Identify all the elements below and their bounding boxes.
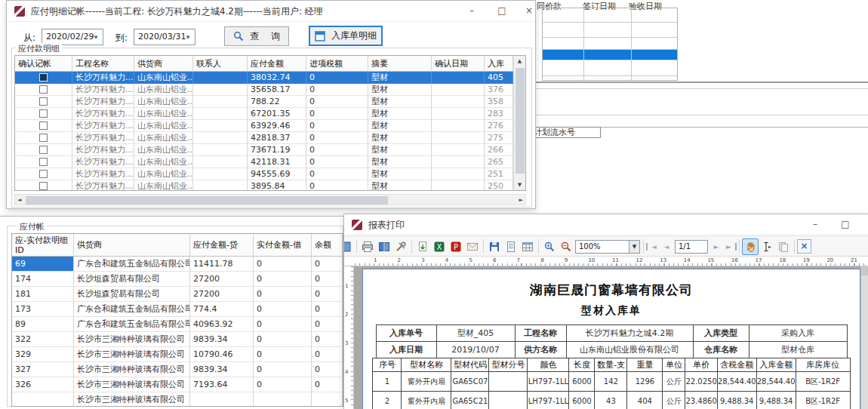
table-row[interactable]: 327长沙市三湘特种玻璃有限公司9839.3400	[12, 362, 343, 377]
chevron-down-icon[interactable]: ▾	[183, 29, 193, 45]
table-row[interactable]: 长沙万科魅力...山东南山铝业...94555.690型材251	[15, 168, 513, 180]
table-row[interactable]: 181长沙坦森贸易有限公司2720000	[12, 287, 343, 302]
table-row[interactable]	[543, 60, 677, 76]
to-date-combo[interactable]: 2020/03/31 ▾	[134, 29, 195, 45]
query-button[interactable]: 查 询	[224, 26, 289, 46]
print-icon[interactable]	[359, 238, 376, 255]
close-button[interactable]: ×	[517, 1, 541, 22]
table-row[interactable]: 长沙万科魅力...山东南山铝业...67201.350型材283	[15, 108, 513, 120]
confirm-checkbox[interactable]	[39, 97, 48, 106]
scrollbar-thumb[interactable]	[26, 196, 388, 204]
close-button[interactable]: ×	[862, 214, 868, 235]
pdf-export-icon[interactable]: P	[448, 238, 464, 255]
id-cell: 326	[12, 377, 74, 392]
dropdown-arrow-icon[interactable]: ▼	[629, 240, 640, 254]
maximize-button[interactable]: □	[490, 1, 514, 22]
summary-cell: 型材	[368, 168, 432, 180]
titlebar[interactable]: 报表打印 – □ ×	[344, 214, 868, 235]
save-icon[interactable]	[486, 238, 503, 255]
table-row[interactable]: 322长沙市三湘特种玻璃有限公司9839.3400	[12, 332, 343, 347]
export-icon[interactable]	[414, 238, 431, 255]
ruler-number: 14	[684, 257, 691, 263]
debit-cell: 0	[254, 302, 312, 317]
table-row[interactable]: 329长沙市三湘特种玻璃有限公司10790.4600	[12, 347, 343, 362]
table-row[interactable]: 长沙万科魅力...山东南山铝业...63929.460型材276	[15, 120, 513, 132]
preview-area[interactable]: 12345 湖南巨晟门窗幕墙有限公司 型材入库单 入库单号型材_405工程名称长…	[344, 266, 868, 409]
vertical-ruler: 12345	[344, 266, 354, 409]
table-row[interactable]: 69广东合和建筑五金制品有限公司11411.7800	[12, 257, 343, 272]
inbound-detail-button[interactable]: 入库单明细	[309, 26, 383, 46]
amount-cell: 42818.37	[248, 132, 306, 144]
table-row[interactable]: 长沙万科魅力...山东南山铝业...73671.190型材266	[15, 144, 513, 156]
confirm-checkbox[interactable]	[39, 158, 48, 166]
table-row[interactable]: 长沙万科魅力...山东南山铝业...38032.740型材405	[15, 72, 513, 84]
table-row[interactable]: 长沙市三湘特种玻璃有限公司	[12, 392, 343, 407]
screen: 合同价款 签订日期 验收日期 计划流水号 应付明细记帐------当前工程: 长…	[0, 0, 868, 409]
vertical-scrollbar[interactable]: ▲ ▼	[513, 56, 525, 190]
confirm-checkbox[interactable]	[39, 146, 48, 154]
scroll-up-icon[interactable]: ▲	[514, 58, 525, 64]
amount-cell: 38032.74	[248, 72, 306, 84]
zoom-out-icon[interactable]	[558, 238, 574, 255]
report-cell: 9,488.34	[717, 392, 756, 409]
ruler-number: 3	[345, 340, 348, 346]
confirm-checkbox[interactable]	[39, 134, 48, 142]
confirm-checkbox[interactable]	[39, 182, 48, 190]
project-cell: 长沙万科魅力...	[72, 132, 134, 144]
document-icon[interactable]	[503, 238, 519, 255]
text-select-tool-button[interactable]	[759, 238, 775, 255]
scrollbar-thumb[interactable]	[516, 68, 525, 174]
zoom-in-icon[interactable]	[541, 238, 558, 255]
table-row[interactable]: 326长沙市三湘特种玻璃有限公司7193.6400	[12, 377, 343, 392]
table-row[interactable]: 长沙万科魅力...山东南山铝业...35658.170型材376	[15, 84, 513, 96]
titlebar[interactable]: 应付明细记帐------当前工程: 长沙万科魅力之城4.2期------当前用户…	[7, 1, 535, 22]
amount-cell: 3895.84	[248, 180, 306, 191]
confirm-checkbox[interactable]	[39, 109, 48, 118]
column-header: 余额	[312, 234, 343, 257]
table-row[interactable]: 173广东合和建筑五金制品有限公司774.400	[12, 302, 343, 317]
zoom-level-select[interactable]: 100% ▼	[575, 240, 640, 254]
horizontal-scrollbar[interactable]: ◄ ►	[14, 194, 526, 205]
table-row[interactable]: 长沙万科魅力...山东南山铝业...788.220型材358	[15, 96, 513, 108]
hand-tool-button[interactable]	[742, 238, 759, 255]
confirm-checkbox[interactable]	[39, 85, 48, 94]
project-cell: 长沙万科魅力...	[72, 156, 134, 168]
maximize-button[interactable]: □	[833, 214, 857, 235]
minimize-button[interactable]: –	[460, 1, 484, 22]
design-icon[interactable]	[344, 238, 354, 255]
page-number-box[interactable]: 1/1	[675, 240, 708, 254]
report-column-header: 重量	[627, 358, 663, 372]
confirm-checkbox[interactable]	[39, 170, 48, 178]
table-row[interactable]: 89广东合和建筑五金制品有限公司40963.9200	[12, 317, 343, 332]
scroll-right-icon[interactable]: ►	[519, 197, 523, 203]
scroll-left-icon[interactable]: ◄	[17, 197, 21, 203]
grid-view-icon[interactable]	[519, 238, 536, 255]
copy-pages-button[interactable]	[775, 238, 792, 255]
prev-page-button[interactable]: ◄	[660, 243, 673, 251]
minimize-button[interactable]: –	[803, 214, 827, 235]
table-row[interactable]: 长沙万科魅力...山东南山铝业...42118.310型材265	[15, 156, 513, 168]
table-row[interactable]	[543, 38, 677, 50]
first-page-button[interactable]: ◄	[646, 243, 660, 251]
table-row[interactable]: 长沙万科魅力...山东南山铝业...42818.370型材275	[15, 132, 513, 144]
table-row[interactable]	[543, 76, 677, 80]
contact-cell	[193, 96, 248, 108]
excel-export-icon[interactable]: X	[431, 238, 448, 255]
tax-cell: 0	[306, 108, 368, 120]
scroll-down-icon[interactable]: ▼	[514, 182, 525, 188]
table-row[interactable]: 长沙万科魅力...山东南山铝业...3895.840型材250	[15, 180, 513, 191]
table-row[interactable]	[543, 8, 677, 23]
preview-scrollbar[interactable]	[860, 266, 868, 409]
table-row[interactable]: 174长沙坦森贸易有限公司2720000	[12, 272, 343, 287]
chevron-down-icon[interactable]: ▾	[91, 29, 101, 45]
table-row-selected[interactable]	[543, 50, 677, 60]
close-preview-button[interactable]: ×	[797, 239, 811, 254]
page-setup-icon[interactable]	[392, 238, 409, 255]
next-page-button[interactable]: ►	[709, 243, 723, 251]
book-icon[interactable]	[376, 238, 392, 255]
last-page-button[interactable]: ►	[723, 243, 737, 251]
confirm-checkbox[interactable]	[39, 121, 48, 130]
table-row[interactable]	[543, 23, 677, 38]
confirm-checkbox[interactable]	[39, 73, 48, 81]
mail-export-icon[interactable]	[464, 238, 481, 255]
